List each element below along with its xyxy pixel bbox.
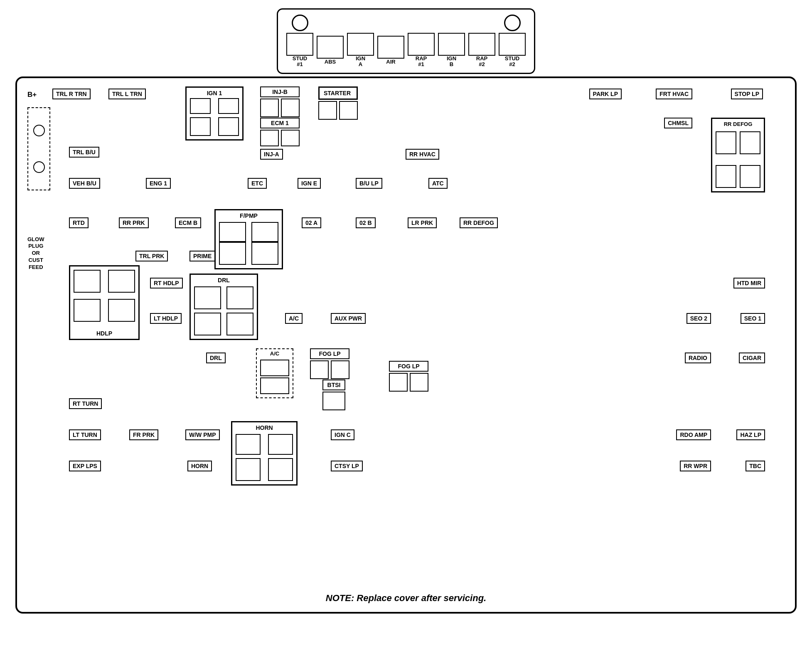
aux-pwr-item: AUX PWR — [331, 313, 366, 324]
bplus-dashed — [27, 107, 50, 190]
inj-a-item: INJ-A — [260, 149, 283, 160]
main-fuse-box: B+ TRL R TRN TRL L TRN IGN 1 IN — [15, 76, 797, 614]
drl-fuse3 — [194, 313, 221, 335]
atc-item: ATC — [428, 178, 448, 189]
haz-lp-item: HAZ LP — [736, 429, 765, 441]
trl-l-trn-label: TRL L TRN — [108, 89, 146, 100]
exp-lps-item: EXP LPS — [69, 461, 101, 472]
stop-lp-item: STOP LP — [731, 89, 763, 100]
trl-bu-label: TRL B/U — [69, 147, 99, 158]
rr-defog-fuse2 — [740, 131, 760, 154]
fog-lp2-item: FOG LP — [389, 361, 428, 392]
ign-e-item: IGN E — [298, 178, 321, 189]
rap1-group: RAP#1 — [408, 15, 435, 68]
ign-a-fuse — [347, 33, 374, 56]
fpmp-block: F/PMP — [214, 209, 283, 269]
hdlp-block: HDLP — [69, 265, 140, 340]
ecm-b-item: ECM B — [175, 217, 201, 229]
ww-pmp-item: W/W PMP — [185, 429, 220, 441]
radio-label: RADIO — [685, 353, 711, 364]
drl-fuse2 — [226, 286, 253, 309]
rr-defog-big-label: RR DEFOG — [724, 121, 753, 127]
lt-hdlp-label: LT HDLP — [150, 313, 182, 324]
rr-defog-fuse1 — [716, 131, 736, 154]
ign1-outer: IGN 1 — [185, 86, 244, 141]
lt-hdlp-item: LT HDLP — [150, 313, 182, 324]
veh-bu-label: VEH B/U — [69, 178, 100, 189]
fpmp-box: F/PMP — [214, 209, 283, 269]
fog-lp2-label: FOG LP — [389, 361, 428, 372]
ign-a-group: IGNA — [347, 15, 374, 68]
rr-defog-fuse3 — [716, 165, 736, 188]
fog-lp-fuse1 — [310, 360, 329, 379]
ecm1-label: ECM 1 — [260, 118, 300, 129]
horn-label: HORN — [256, 424, 273, 431]
rr-wpr-label: RR WPR — [680, 461, 711, 472]
etc-item: ETC — [248, 178, 267, 189]
drl2-label: DRL — [206, 353, 226, 364]
chmsl-label: CHMSL — [664, 118, 692, 129]
ign-c-item: IGN C — [331, 429, 354, 441]
ign-a-label: IGNA — [356, 56, 365, 68]
etc-label: ETC — [248, 178, 267, 189]
ecm-b-label: ECM B — [175, 217, 201, 229]
trl-prk-label: TRL PRK — [135, 251, 168, 262]
bplus-circle1 — [33, 125, 45, 136]
lr-prk-item: LR PRK — [408, 217, 437, 229]
fpmp-label: F/PMP — [240, 212, 258, 219]
rap2-group: RAP#2 — [468, 15, 495, 68]
horn-box: HORN — [231, 421, 298, 486]
aux-pwr-label: AUX PWR — [331, 313, 366, 324]
trl-prk-item: TRL PRK — [135, 251, 168, 262]
o2a-item: 02 A — [302, 217, 321, 229]
rr-defog-big-item: RR DEFOG — [711, 118, 765, 192]
seo2-item: SEO 2 — [687, 313, 711, 324]
stud2-label: STUD#2 — [505, 56, 519, 68]
trl-bu-item: TRL B/U — [69, 147, 99, 158]
bplus-box — [27, 107, 50, 190]
hdlp-fuse2 — [108, 270, 135, 293]
tbc-label: TBC — [746, 461, 765, 472]
horn2-item: HORN — [187, 461, 212, 472]
ac2-block: A/C — [256, 348, 293, 398]
ign1-fuse4 — [218, 98, 239, 114]
drl-fuse1 — [194, 286, 221, 309]
radio-item: RADIO — [685, 353, 711, 364]
ign1-label: IGN 1 — [207, 90, 222, 96]
rr-prk-item: RR PRK — [119, 217, 149, 229]
trl-l-trn-item: TRL L TRN — [108, 89, 146, 100]
rr-defog-big-box: RR DEFOG — [711, 118, 765, 192]
starter-label: STARTER — [318, 86, 358, 100]
ww-pmp-label: W/W PMP — [185, 429, 220, 441]
rr-defog-item: RR DEFOG — [460, 217, 498, 229]
stud2-circle — [504, 15, 521, 31]
fog-lp-item: FOG LP — [310, 348, 349, 380]
rr-prk-label: RR PRK — [119, 217, 149, 229]
veh-bu-item: VEH B/U — [69, 178, 100, 189]
starter-item: STARTER — [318, 86, 358, 120]
horn-fuse2 — [268, 434, 293, 455]
lr-prk-label: LR PRK — [408, 217, 437, 229]
abs-group: ABS — [317, 17, 344, 65]
starter-fuse2 — [339, 101, 358, 120]
prime-item: PRIME — [189, 251, 215, 262]
atc-label: ATC — [428, 178, 448, 189]
inj-b-fuse2 — [281, 99, 300, 117]
glow-plug-item: GLOWPLUGORCUSTFEED — [27, 236, 44, 271]
stud1-fuse — [286, 33, 313, 56]
fpmp-fuse3 — [219, 242, 246, 265]
rt-turn-item: RT TURN — [69, 398, 102, 409]
bplus-label: B+ — [27, 91, 37, 99]
lt-turn-label: LT TURN — [69, 429, 101, 441]
stud2-fuse — [499, 33, 526, 56]
o2b-label: 02 B — [356, 217, 376, 229]
note: NOTE: Replace cover after servicing. — [27, 593, 785, 604]
ecm1-item: ECM 1 — [260, 118, 300, 147]
abs-fuse — [317, 36, 344, 59]
ac2-box: A/C — [256, 348, 293, 398]
eng1-item: ENG 1 — [146, 178, 171, 189]
air-group: AIR — [377, 17, 404, 65]
frt-hvac-item: FRT HVAC — [656, 89, 692, 100]
fr-prk-label: FR PRK — [129, 429, 158, 441]
ign-b-fuse — [438, 33, 465, 56]
